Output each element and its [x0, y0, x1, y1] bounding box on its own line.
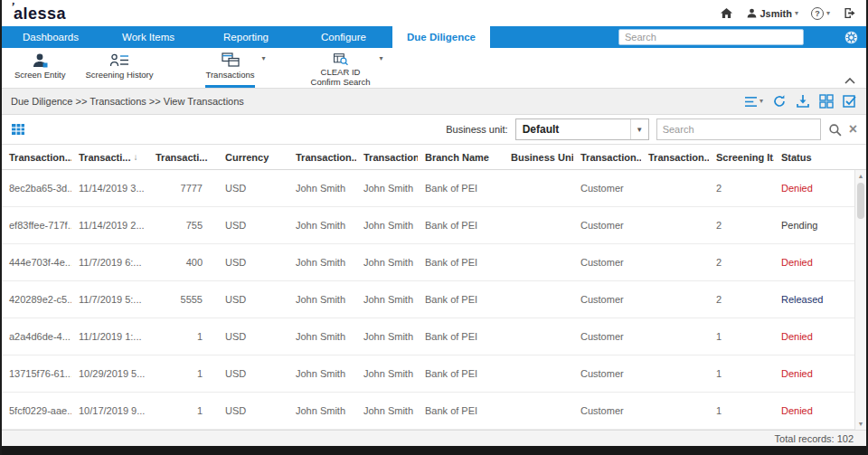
- table-cell: 11/14/2019 3...: [71, 183, 148, 194]
- column-header[interactable]: Currency: [218, 152, 288, 163]
- nav-tab-configure[interactable]: Configure: [295, 26, 392, 48]
- table-cell: USD: [218, 331, 288, 342]
- table-cell: Customer: [573, 405, 641, 416]
- table-cell: 2: [709, 220, 774, 231]
- chevron-down-icon[interactable]: ▾: [262, 54, 266, 62]
- chevron-down-icon: ▼: [630, 119, 648, 139]
- clear-id-confirm-search-icon: [332, 52, 350, 65]
- select-all-checkbox-icon[interactable]: [843, 94, 857, 109]
- display-options-button[interactable]: ▾: [744, 96, 763, 108]
- column-header[interactable]: Transaction...: [573, 152, 641, 163]
- checkbox-check-glyph: [843, 94, 857, 109]
- app-logo: ’ alessa: [11, 5, 66, 22]
- table-cell: 1: [709, 405, 774, 416]
- status-cell: Denied: [774, 183, 854, 194]
- column-header[interactable]: Transacti...↓: [71, 152, 148, 163]
- table-cell: 755: [148, 220, 218, 231]
- nav-tab-work-items[interactable]: Work Items: [99, 26, 197, 48]
- table-cell: John Smith: [356, 331, 418, 342]
- scrollbar-thumb[interactable]: [857, 183, 864, 219]
- download-icon[interactable]: [796, 94, 810, 109]
- table-cell: 2: [709, 183, 774, 194]
- table-cell: Customer: [573, 183, 641, 194]
- table-cell: John Smith: [288, 257, 356, 268]
- nav-tab-dashboards[interactable]: Dashboards: [2, 26, 99, 48]
- column-header[interactable]: Transacti...: [148, 152, 218, 163]
- table-row[interactable]: 5fcf0229-aae...10/17/2019 9...1USDJohn S…: [2, 393, 866, 430]
- table-cell: Bank of PEI: [418, 183, 504, 194]
- refresh-icon[interactable]: [772, 94, 787, 109]
- ribbon-label: Screen Entity: [14, 71, 66, 81]
- table-cell: 5fcf0229-aae...: [2, 405, 71, 416]
- table-cell: John Smith: [356, 405, 418, 416]
- transactions-icon: [222, 52, 240, 68]
- table-header-row: Transaction...Transacti...↓Transacti...C…: [2, 145, 866, 170]
- settings-gear-icon[interactable]: [844, 30, 859, 45]
- table-row[interactable]: 420289e2-c5...11/7/2019 5:...5555USDJohn…: [2, 281, 866, 318]
- nav-tab-due-diligence[interactable]: Due Diligence: [392, 26, 490, 48]
- chevron-down-icon: ▾: [795, 10, 798, 17]
- chevron-down-icon: ▾: [760, 98, 763, 105]
- chevron-down-icon[interactable]: ▾: [380, 54, 383, 62]
- ribbon-screen-entity-button[interactable]: Screen Entity: [14, 48, 66, 88]
- breadcrumb-bar: Due Diligence >> Transactions >> View Tr…: [2, 88, 866, 115]
- help-menu[interactable]: ? ▾: [811, 7, 830, 20]
- collapse-ribbon-icon[interactable]: [844, 78, 855, 84]
- screening-history-icon: [109, 52, 129, 68]
- column-header[interactable]: Transaction...: [641, 152, 709, 163]
- logout-icon[interactable]: [843, 7, 857, 19]
- user-icon: [746, 7, 758, 19]
- table-cell: 1: [709, 368, 774, 379]
- search-icon[interactable]: [828, 123, 842, 137]
- table-cell: 8ec2ba65-3d...: [2, 183, 71, 194]
- table-cell: Customer: [573, 368, 641, 379]
- user-menu[interactable]: Jsmith ▾: [746, 7, 798, 19]
- table-cell: Customer: [573, 294, 641, 305]
- ribbon-clear-id-confirm-search-button[interactable]: CLEAR ID Confirm Search ▾: [309, 48, 373, 88]
- column-header[interactable]: Screening It...: [709, 152, 774, 163]
- column-header[interactable]: Transaction...: [356, 152, 418, 163]
- export-grid-icon[interactable]: [819, 94, 834, 109]
- vertical-scrollbar[interactable]: ▲ ▼: [854, 170, 866, 430]
- business-unit-dropdown[interactable]: Default ▼: [515, 118, 649, 140]
- column-header[interactable]: Business Unit: [504, 152, 573, 163]
- table-cell: 11/14/2019 2...: [71, 220, 148, 231]
- table-cell: John Smith: [356, 368, 418, 379]
- ribbon-transactions-button[interactable]: Transactions ▾: [205, 48, 254, 88]
- table-cell: Customer: [573, 220, 641, 231]
- sort-desc-icon: ↓: [133, 152, 137, 162]
- ribbon-screening-history-button[interactable]: Screening History: [86, 48, 154, 88]
- total-records-value: 102: [837, 433, 854, 444]
- scroll-up-icon[interactable]: ▲: [858, 173, 864, 179]
- status-bar: Total records: 102: [2, 430, 866, 446]
- table-cell: Customer: [573, 331, 641, 342]
- user-name: Jsmith: [760, 8, 792, 19]
- column-header[interactable]: Branch Name: [418, 152, 504, 163]
- table-cell: 1: [148, 331, 218, 342]
- clear-search-icon[interactable]: ×: [849, 122, 857, 137]
- table-row[interactable]: a2a4d6de-4...11/1/2019 1:...1USDJohn Smi…: [2, 318, 866, 355]
- columns-grid-icon[interactable]: [11, 123, 25, 136]
- table-row[interactable]: 444e703f-4e...11/7/2019 6:...400USDJohn …: [2, 244, 866, 281]
- scroll-down-icon[interactable]: ▼: [858, 421, 864, 427]
- global-search-input[interactable]: [618, 29, 804, 45]
- top-bar-actions: Jsmith ▾ ? ▾: [720, 7, 858, 20]
- table-row[interactable]: 8ec2ba65-3d...11/14/2019 3...7777USDJohn…: [2, 170, 866, 207]
- column-header[interactable]: Transaction...: [2, 152, 71, 163]
- status-cell: Denied: [774, 405, 854, 416]
- table-cell: USD: [218, 405, 288, 416]
- table-row[interactable]: ef83ffee-717f...11/14/2019 2...755USDJoh…: [2, 207, 866, 244]
- status-cell: Denied: [774, 368, 854, 379]
- ribbon-label: Screening History: [86, 71, 154, 81]
- nav-tab-reporting[interactable]: Reporting: [197, 26, 295, 48]
- table-cell: Customer: [573, 257, 641, 268]
- breadcrumb-actions: ▾: [744, 94, 857, 109]
- table-search-input[interactable]: [656, 118, 821, 140]
- table-cell: USD: [218, 183, 288, 194]
- grid-glyph: [819, 94, 834, 109]
- table-row[interactable]: 13715f76-61...10/29/2019 5...1USDJohn Sm…: [2, 355, 866, 393]
- column-header[interactable]: Transaction...: [288, 152, 356, 163]
- home-icon[interactable]: [720, 7, 733, 19]
- column-header[interactable]: Status: [774, 152, 854, 163]
- refresh-glyph: [772, 94, 787, 109]
